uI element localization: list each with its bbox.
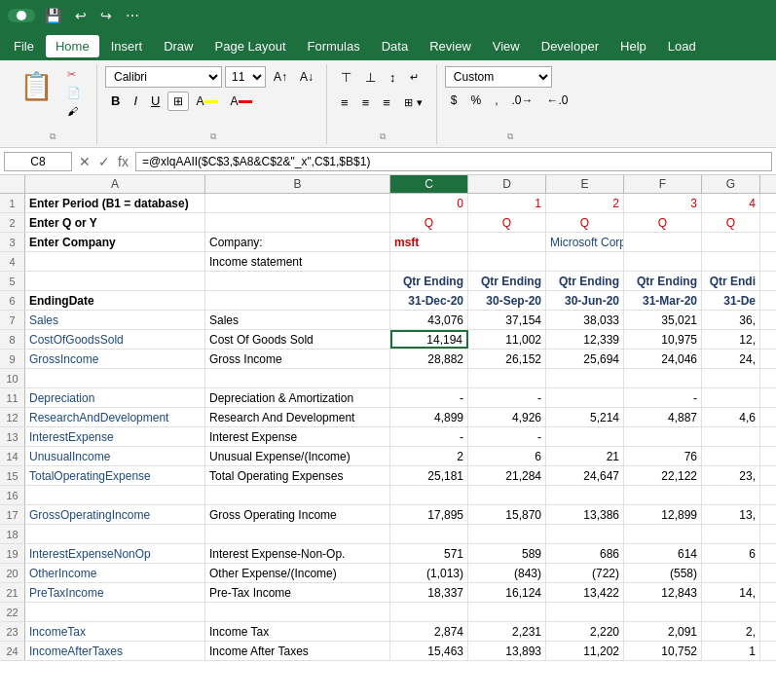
cell[interactable]: 2,231 <box>468 622 546 641</box>
align-bottom-button[interactable]: ↕ <box>384 66 402 89</box>
table-row[interactable]: 19InterestExpenseNonOpInterest Expense-N… <box>0 544 776 564</box>
cell[interactable]: msft <box>390 233 468 251</box>
cell[interactable]: 21,284 <box>468 466 546 485</box>
insert-function-icon[interactable]: fx <box>115 153 131 170</box>
cell[interactable] <box>25 486 205 504</box>
cell[interactable]: 15,463 <box>390 642 468 660</box>
cell[interactable]: 17,895 <box>390 505 468 524</box>
cell[interactable]: 11,202 <box>546 642 624 660</box>
confirm-formula-icon[interactable]: ✓ <box>95 153 113 170</box>
cell[interactable] <box>205 272 390 290</box>
col-header-b[interactable]: B <box>205 175 390 193</box>
cell[interactable]: Interest Expense <box>205 427 390 446</box>
cell[interactable]: Microsoft Corporation <box>546 233 624 251</box>
row-number[interactable]: 8 <box>0 330 25 349</box>
alignment-expand-icon[interactable]: ⧉ <box>380 131 386 142</box>
cell-reference-box[interactable] <box>4 152 72 171</box>
cell[interactable] <box>624 525 702 543</box>
cell[interactable]: 0 <box>390 194 468 212</box>
row-number[interactable]: 22 <box>0 603 25 621</box>
cell[interactable]: 31-Dec-20 <box>390 291 468 310</box>
undo-icon[interactable]: ↩ <box>71 6 91 25</box>
cell[interactable]: 37,154 <box>468 311 546 329</box>
cell[interactable] <box>390 486 468 504</box>
cell[interactable]: Q <box>702 213 760 232</box>
table-row[interactable]: 6EndingDate31-Dec-2030-Sep-2030-Jun-2031… <box>0 291 776 311</box>
more-icon[interactable]: ⋯ <box>122 6 143 25</box>
cell[interactable]: 2 <box>546 194 624 212</box>
cell[interactable]: ResearchAndDevelopment <box>25 408 205 426</box>
cell[interactable]: - <box>624 388 702 407</box>
row-number[interactable]: 5 <box>0 272 25 290</box>
cell[interactable] <box>468 369 546 387</box>
cell[interactable] <box>624 233 702 251</box>
cell[interactable]: (722) <box>546 564 624 582</box>
row-number[interactable]: 19 <box>0 544 25 563</box>
cell[interactable]: 4 <box>702 194 760 212</box>
cell[interactable] <box>702 388 760 407</box>
align-middle-button[interactable]: ⊥ <box>359 66 382 89</box>
table-row[interactable]: 24IncomeAfterTaxesIncome After Taxes15,4… <box>0 642 776 661</box>
cell[interactable]: 13,386 <box>546 505 624 524</box>
table-row[interactable]: 14UnusualIncomeUnusual Expense/(Income)2… <box>0 447 776 466</box>
row-number[interactable]: 9 <box>0 350 25 368</box>
col-header-d[interactable]: D <box>468 175 546 193</box>
table-row[interactable]: 1Enter Period (B1 = database)01234 <box>0 194 776 213</box>
menu-file[interactable]: File <box>4 35 44 57</box>
cut-button[interactable]: ✂ <box>63 66 89 83</box>
cell[interactable] <box>546 252 624 271</box>
cell[interactable] <box>468 252 546 271</box>
cell[interactable]: 11,002 <box>468 330 546 349</box>
row-number[interactable]: 4 <box>0 252 25 271</box>
row-number[interactable]: 11 <box>0 388 25 407</box>
col-header-c[interactable]: C <box>390 175 468 193</box>
redo-icon[interactable]: ↪ <box>96 6 116 25</box>
format-painter-button[interactable]: 🖌 <box>63 103 89 119</box>
cell[interactable]: TotalOperatingExpense <box>25 466 205 485</box>
cell[interactable]: 2,220 <box>546 622 624 641</box>
cell[interactable] <box>546 486 624 504</box>
cell[interactable]: GrossIncome <box>25 350 205 368</box>
cell[interactable]: Unusual Expense/(Income) <box>205 447 390 465</box>
col-header-e[interactable]: E <box>546 175 624 193</box>
cell[interactable]: Total Operating Expenses <box>205 466 390 485</box>
cell[interactable]: IncomeAfterTaxes <box>25 642 205 660</box>
cell[interactable]: 30-Jun-20 <box>546 291 624 310</box>
cell[interactable]: PreTaxIncome <box>25 583 205 602</box>
cell[interactable]: Interest Expense-Non-Op. <box>205 544 390 563</box>
save-icon[interactable]: 💾 <box>41 6 65 25</box>
cell[interactable]: 589 <box>468 544 546 563</box>
cell[interactable]: Pre-Tax Income <box>205 583 390 602</box>
cell[interactable]: Sales <box>205 311 390 329</box>
cell[interactable]: Other Expense/(Income) <box>205 564 390 582</box>
cell[interactable]: 14,194 <box>390 330 468 349</box>
cell[interactable]: Sales <box>25 311 205 329</box>
cell[interactable] <box>624 486 702 504</box>
menu-data[interactable]: Data <box>372 35 418 57</box>
cell[interactable] <box>468 525 546 543</box>
align-right-button[interactable]: ≡ <box>377 92 396 114</box>
font-size-select[interactable]: 11 <box>225 66 266 88</box>
cell[interactable] <box>702 486 760 504</box>
menu-review[interactable]: Review <box>420 35 481 57</box>
cell[interactable]: InterestExpenseNonOp <box>25 544 205 563</box>
cell[interactable] <box>205 525 390 543</box>
cell[interactable] <box>205 486 390 504</box>
table-row[interactable]: 10 <box>0 369 776 388</box>
cell[interactable] <box>702 603 760 621</box>
wrap-text-button[interactable]: ↵ <box>404 68 427 87</box>
table-row[interactable]: 23IncomeTaxIncome Tax2,8742,2312,2202,09… <box>0 622 776 642</box>
cell[interactable]: Qtr Ending <box>390 272 468 290</box>
cell[interactable]: 12,843 <box>624 583 702 602</box>
table-row[interactable]: 8CostOfGoodsSoldCost Of Goods Sold14,194… <box>0 330 776 350</box>
font-family-select[interactable]: Calibri <box>105 66 222 88</box>
col-header-a[interactable]: A <box>25 175 205 193</box>
number-format-select[interactable]: Custom <box>445 66 552 88</box>
cell[interactable]: 13,893 <box>468 642 546 660</box>
cell[interactable]: 2 <box>390 447 468 465</box>
menu-home[interactable]: Home <box>46 35 99 57</box>
table-row[interactable]: 11DepreciationDepreciation & Amortizatio… <box>0 388 776 408</box>
autosave-toggle[interactable] <box>8 9 35 22</box>
cell[interactable]: Enter Company <box>25 233 205 251</box>
row-number[interactable]: 2 <box>0 213 25 232</box>
